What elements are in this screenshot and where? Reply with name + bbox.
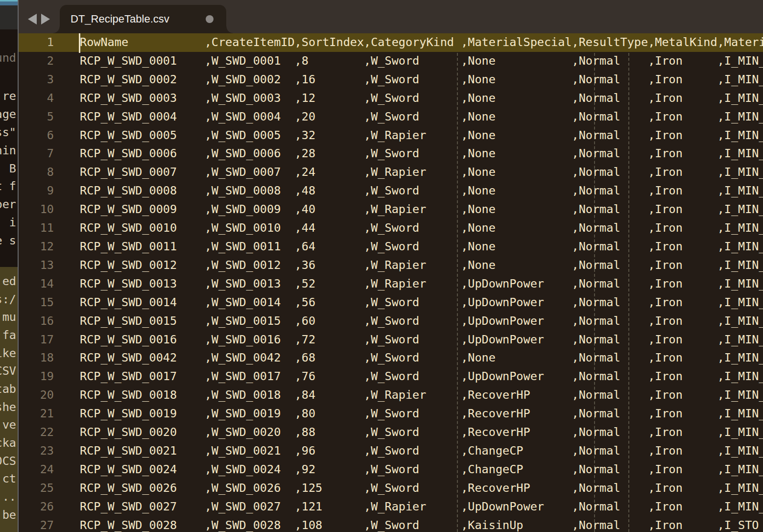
background-text-fragment: per (0, 197, 16, 211)
tab-navigation (28, 14, 50, 24)
line-text: RCP_W_SWD_0027 ,W_SWD_0027 ,121 ,W_Rapie… (54, 498, 763, 516)
editor-line[interactable]: 2RCP_W_SWD_0001 ,W_SWD_0001 ,8 ,W_Sword … (19, 52, 763, 71)
tab-bar: DT_RecipeTable.csv (19, 0, 763, 33)
background-text-fragment: .. (2, 490, 16, 504)
line-text: RCP_W_SWD_0026 ,W_SWD_0026 ,125 ,W_Sword… (54, 479, 763, 498)
line-number: 22 (19, 423, 54, 442)
line-text: RCP_W_SWD_0005 ,W_SWD_0005 ,32 ,W_Rapier… (54, 126, 763, 145)
background-text-fragment: t f (0, 179, 16, 193)
line-number: 16 (19, 312, 54, 331)
editor-line[interactable]: 24RCP_W_SWD_0024 ,W_SWD_0024 ,92 ,W_Swor… (19, 460, 763, 479)
editor-line[interactable]: 3RCP_W_SWD_0002 ,W_SWD_0002 ,16 ,W_Sword… (19, 71, 763, 89)
line-number: 27 (19, 516, 54, 532)
line-number: 24 (19, 460, 54, 479)
background-text-fragment: s:/ (0, 292, 16, 306)
line-text: RCP_W_SWD_0001 ,W_SWD_0001 ,8 ,W_Sword ,… (54, 52, 763, 71)
background-text-fragment: be (2, 508, 16, 522)
line-text: RCP_W_SWD_0018 ,W_SWD_0018 ,84 ,W_Rapier… (54, 386, 763, 405)
editor-line[interactable]: 22RCP_W_SWD_0020 ,W_SWD_0020 ,88 ,W_Swor… (19, 423, 763, 442)
editor-line[interactable]: 10RCP_W_SWD_0009 ,W_SWD_0009 ,40 ,W_Rapi… (19, 200, 763, 219)
editor-line[interactable]: 19RCP_W_SWD_0017 ,W_SWD_0017 ,76 ,W_Swor… (19, 367, 763, 386)
background-text-fragment: re (2, 89, 16, 103)
tab-label: DT_RecipeTable.csv (71, 13, 169, 25)
background-text-fragment: ike (0, 346, 16, 360)
editor-line[interactable]: 9RCP_W_SWD_0008 ,W_SWD_0008 ,48 ,W_Sword… (19, 182, 763, 200)
background-text-fragment: she (0, 400, 16, 414)
editor-line[interactable]: 16RCP_W_SWD_0015 ,W_SWD_0015 ,60 ,W_Swor… (19, 312, 763, 331)
line-text: RCP_W_SWD_0016 ,W_SWD_0016 ,72 ,W_Sword … (54, 331, 763, 349)
line-text: RCP_W_SWD_0003 ,W_SWD_0003 ,12 ,W_Sword … (54, 89, 763, 108)
editor-line[interactable]: 18RCP_W_SWD_0042 ,W_SWD_0042 ,68 ,W_Swor… (19, 349, 763, 367)
back-arrow-icon[interactable] (28, 14, 37, 24)
line-text: RCP_W_SWD_0015 ,W_SWD_0015 ,60 ,W_Sword … (54, 312, 763, 331)
editor-window: DT_RecipeTable.csv 1RowName ,CreateItemI… (19, 0, 763, 532)
editor-line[interactable]: 15RCP_W_SWD_0014 ,W_SWD_0014 ,56 ,W_Swor… (19, 293, 763, 312)
background-window-titlebar (0, 0, 18, 5)
editor-line[interactable]: 8RCP_W_SWD_0007 ,W_SWD_0007 ,24 ,W_Rapie… (19, 163, 763, 182)
line-number: 23 (19, 442, 54, 460)
line-number: 10 (19, 200, 54, 219)
background-text-fragment: tab (0, 382, 16, 396)
line-number: 14 (19, 275, 54, 293)
editor-line[interactable]: 20RCP_W_SWD_0018 ,W_SWD_0018 ,84 ,W_Rapi… (19, 386, 763, 405)
line-text: RCP_W_SWD_0004 ,W_SWD_0004 ,20 ,W_Sword … (54, 108, 763, 126)
line-number: 18 (19, 349, 54, 367)
line-number: 19 (19, 367, 54, 386)
line-number: 9 (19, 182, 54, 200)
line-number: 25 (19, 479, 54, 498)
editor-line[interactable]: 6RCP_W_SWD_0005 ,W_SWD_0005 ,32 ,W_Rapie… (19, 126, 763, 145)
line-text: RCP_W_SWD_0002 ,W_SWD_0002 ,16 ,W_Sword … (54, 71, 763, 89)
line-text: RCP_W_SWD_0019 ,W_SWD_0019 ,80 ,W_Sword … (54, 405, 763, 423)
modified-dot-icon (206, 15, 214, 23)
line-number: 4 (19, 89, 54, 108)
editor-line-active[interactable]: 1RowName ,CreateItemID,SortIndex,Categor… (19, 33, 763, 52)
screen: undreagess"hin. Bt fper, ie seds:/mufaik… (0, 0, 763, 532)
background-text-fragment: und (0, 51, 16, 65)
line-number: 17 (19, 331, 54, 349)
editor-line[interactable]: 13RCP_W_SWD_0012 ,W_SWD_0012 ,36 ,W_Rapi… (19, 256, 763, 275)
forward-arrow-icon[interactable] (41, 14, 50, 24)
line-number: 3 (19, 71, 54, 89)
editor-line[interactable]: 23RCP_W_SWD_0021 ,W_SWD_0021 ,96 ,W_Swor… (19, 442, 763, 460)
editor-line[interactable]: 25RCP_W_SWD_0026 ,W_SWD_0026 ,125 ,W_Swo… (19, 479, 763, 498)
background-text-fragment: cka (0, 436, 16, 450)
window-edge-divider (18, 0, 19, 532)
line-number: 20 (19, 386, 54, 405)
line-number: 26 (19, 498, 54, 516)
tab-dt-recipetable-csv[interactable]: DT_RecipeTable.csv (60, 5, 226, 33)
background-text-fragment: e s (0, 234, 16, 247)
editor-line[interactable]: 17RCP_W_SWD_0016 ,W_SWD_0016 ,72 ,W_Swor… (19, 331, 763, 349)
background-text-fragment: CSV (0, 364, 16, 378)
line-number: 21 (19, 405, 54, 423)
code-editor[interactable]: 1RowName ,CreateItemID,SortIndex,Categor… (19, 33, 763, 532)
background-window-strip: undreagess"hin. Bt fper, ie seds:/mufaik… (0, 0, 18, 532)
line-text: RCP_W_SWD_0014 ,W_SWD_0014 ,56 ,W_Sword … (54, 293, 763, 312)
editor-line[interactable]: 11RCP_W_SWD_0010 ,W_SWD_0010 ,44 ,W_Swor… (19, 219, 763, 238)
line-text: RCP_W_SWD_0010 ,W_SWD_0010 ,44 ,W_Sword … (54, 219, 763, 238)
line-number: 11 (19, 219, 54, 238)
background-text-fragment: hin (0, 144, 16, 157)
background-text-fragment: , i (0, 216, 16, 229)
editor-line[interactable]: 26RCP_W_SWD_0027 ,W_SWD_0027 ,121 ,W_Rap… (19, 498, 763, 516)
line-text: RCP_W_SWD_0042 ,W_SWD_0042 ,68 ,W_Sword … (54, 349, 763, 367)
background-text-fragment: age (0, 107, 16, 121)
editor-line[interactable]: 14RCP_W_SWD_0013 ,W_SWD_0013 ,52 ,W_Rapi… (19, 275, 763, 293)
line-text: RCP_W_SWD_0020 ,W_SWD_0020 ,88 ,W_Sword … (54, 423, 763, 442)
editor-line[interactable]: 12RCP_W_SWD_0011 ,W_SWD_0011 ,64 ,W_Swor… (19, 238, 763, 256)
editor-line[interactable]: 4RCP_W_SWD_0003 ,W_SWD_0003 ,12 ,W_Sword… (19, 89, 763, 108)
line-text: RCP_W_SWD_0021 ,W_SWD_0021 ,96 ,W_Sword … (54, 442, 763, 460)
background-text-fragment: ss" (0, 125, 16, 139)
background-text-fragment: ct (2, 472, 16, 485)
line-text: RCP_W_SWD_0028 ,W_SWD_0028 ,108 ,W_Sword… (54, 516, 759, 532)
editor-line[interactable]: 5RCP_W_SWD_0004 ,W_SWD_0004 ,20 ,W_Sword… (19, 108, 763, 126)
line-text: RCP_W_SWD_0008 ,W_SWD_0008 ,48 ,W_Sword … (54, 182, 763, 200)
line-text: RCP_W_SWD_0017 ,W_SWD_0017 ,76 ,W_Sword … (54, 367, 763, 386)
editor-line[interactable]: 27RCP_W_SWD_0028 ,W_SWD_0028 ,108 ,W_Swo… (19, 516, 763, 532)
line-number: 13 (19, 256, 54, 275)
line-text: RCP_W_SWD_0012 ,W_SWD_0012 ,36 ,W_Rapier… (54, 256, 763, 275)
editor-line[interactable]: 7RCP_W_SWD_0006 ,W_SWD_0006 ,28 ,W_Sword… (19, 145, 763, 163)
line-number: 8 (19, 163, 54, 182)
line-text: RCP_W_SWD_0011 ,W_SWD_0011 ,64 ,W_Sword … (54, 238, 763, 256)
editor-line[interactable]: 21RCP_W_SWD_0019 ,W_SWD_0019 ,80 ,W_Swor… (19, 405, 763, 423)
background-text-fragment: ed (2, 274, 16, 288)
